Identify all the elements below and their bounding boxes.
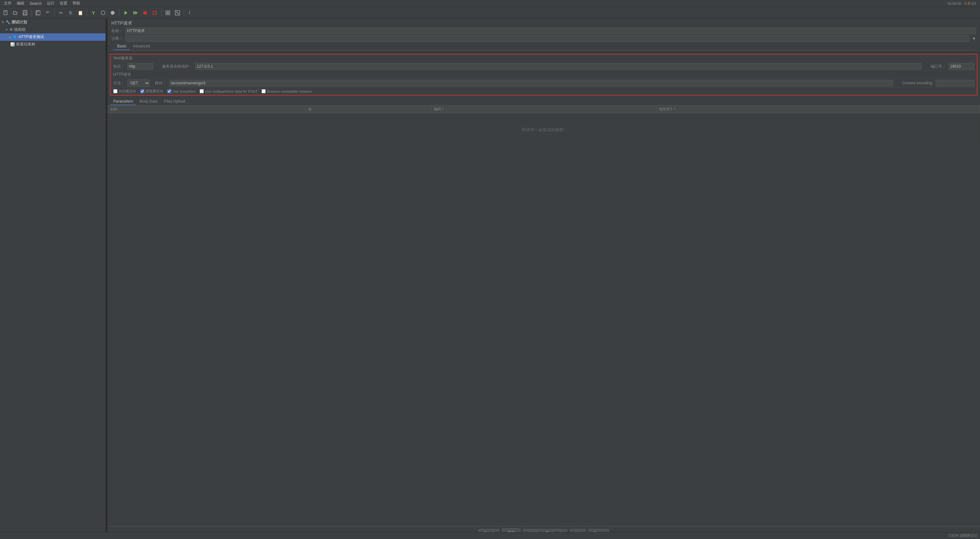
menu-edit[interactable]: 编辑 [14, 0, 27, 7]
empty-message-cell: 同请求一起发送的参数↑ [108, 113, 980, 147]
params-table: 名称↑ 值 编码？ 包含等于？ 同请求一起发送的参数↑ [108, 106, 980, 147]
sidebar-item-plan[interactable]: ▼ 🔧 测试计划 [0, 19, 106, 26]
checkboxes-row: 自动重定向 跟随重定向 Use KeepAlive Use multipart/… [111, 88, 977, 95]
new-button[interactable] [1, 8, 10, 17]
revert-button[interactable] [43, 8, 52, 17]
bottom-statusbar: CSDN @图胖注记 [0, 532, 980, 539]
checkbox-multipart[interactable]: Use multipart/form-data for POST [200, 89, 258, 93]
svg-rect-5 [24, 13, 26, 15]
col-encoded: 编码？ [431, 106, 656, 113]
function-helper[interactable]: f [186, 8, 195, 17]
collapse-icon[interactable]: ▼ [972, 36, 976, 41]
tab-body-data[interactable]: Body Data [136, 98, 161, 105]
svg-point-10 [101, 11, 105, 15]
expand-button[interactable] [89, 8, 98, 17]
http-request-header: HTTP请求 [113, 72, 131, 77]
icon-plan: 🔧 [6, 20, 10, 24]
menu-run[interactable]: 运行 [44, 0, 57, 7]
host-input[interactable] [195, 63, 921, 70]
sep4 [119, 10, 119, 16]
tab-parameters[interactable]: Parameters [110, 98, 136, 105]
checkbox-browser-headers[interactable]: Browser-compatible headers [261, 89, 312, 93]
svg-rect-15 [143, 11, 146, 14]
run-no-gui[interactable] [131, 8, 140, 17]
config-tabs: Basic Advanced [111, 43, 976, 50]
shutdown-button[interactable] [150, 8, 159, 17]
multipart-label: Use multipart/form-data for POST [205, 89, 258, 93]
stop-button[interactable] [140, 8, 150, 17]
run-button[interactable] [121, 8, 130, 17]
menu-settings[interactable]: 设置 [57, 0, 70, 7]
svg-rect-16 [153, 11, 156, 14]
name-row: 名称： [111, 28, 976, 34]
sep1 [32, 10, 32, 16]
comment-row: 注释： ▼ [111, 35, 976, 42]
save-all-button[interactable] [34, 8, 43, 17]
method-label: 方法： [113, 81, 125, 86]
icon-thread: ⚙ [10, 28, 13, 32]
sidebar: ▼ 🔧 测试计划 ▼ ⚙ 线程组 ▶ 🔷 HTTP请求测试 📊 察看结果树 [0, 19, 106, 539]
checkbox-redirect[interactable]: 自动重定向 [113, 89, 136, 94]
port-input[interactable] [948, 63, 974, 70]
svg-point-11 [111, 11, 115, 15]
name-label: 名称： [111, 28, 123, 34]
follow-redirect-label: 跟随重定向 [146, 89, 163, 94]
checkbox-follow-redirect[interactable]: 跟随重定向 [140, 89, 163, 94]
http-title: HTTP请求 [111, 21, 976, 26]
menubar: 文件 编辑 Search 运行 设置 帮助 00:00:00 ⚠ 0 0/3 [0, 0, 980, 7]
empty-message: 同请求一起发送的参数↑ [110, 114, 977, 146]
path-label: 路径： [155, 81, 167, 86]
sep5 [161, 10, 161, 16]
cut-button[interactable]: ✂ [56, 8, 65, 17]
http-header: HTTP请求 名称： 注释： ▼ Basic Advanced [108, 19, 980, 52]
toggle-button[interactable] [108, 8, 117, 17]
toolbar: ✂ ⎘ 📋 f [0, 7, 980, 19]
protocol-input[interactable] [127, 63, 153, 70]
table-area: 名称↑ 值 编码？ 包含等于？ 同请求一起发送的参数↑ [108, 106, 980, 526]
clear-button[interactable] [163, 8, 172, 17]
method-select[interactable]: GET POST PUT DELETE [127, 79, 150, 87]
keepalive-label: Use KeepAlive [173, 89, 196, 93]
comment-input[interactable] [126, 35, 969, 42]
open-button[interactable] [11, 8, 20, 17]
menu-help[interactable]: 帮助 [70, 0, 83, 7]
sidebar-item-result-tree[interactable]: 📊 察看结果树 [0, 41, 106, 48]
col-include-equals: 包含等于？ [656, 106, 980, 113]
sep6 [184, 10, 184, 16]
copy-button[interactable]: ⎘ [66, 8, 75, 17]
sidebar-item-http-request[interactable]: ▶ 🔷 HTTP请求测试 [0, 33, 106, 41]
tab-basic[interactable]: Basic [114, 43, 130, 50]
browser-headers-checkbox[interactable] [261, 89, 266, 93]
follow-redirect-checkbox[interactable] [140, 89, 145, 93]
sidebar-label-thread: 线程组 [14, 27, 25, 32]
sidebar-item-thread-group[interactable]: ▼ ⚙ 线程组 [0, 26, 106, 33]
menu-search[interactable]: Search [27, 1, 44, 6]
name-input[interactable] [126, 28, 976, 34]
tab-advanced[interactable]: Advanced [130, 43, 153, 50]
multipart-checkbox[interactable] [200, 89, 204, 93]
path-input[interactable] [169, 80, 893, 86]
tab-files-upload[interactable]: Files Upload [161, 98, 189, 105]
svg-marker-12 [124, 11, 127, 15]
redirect-label: 自动重定向 [119, 89, 136, 94]
save-button[interactable] [21, 8, 30, 17]
keepalive-checkbox[interactable] [167, 89, 171, 93]
svg-marker-14 [135, 11, 137, 15]
http-request-label-row: HTTP请求 [111, 71, 977, 79]
menu-file[interactable]: 文件 [1, 0, 14, 7]
content-encoding-input[interactable] [936, 80, 974, 86]
method-path-row: 方法： GET POST PUT DELETE 路径： Content enco… [111, 79, 977, 88]
sidebar-label-http: HTTP请求测试 [19, 34, 44, 40]
content-area: HTTP请求 名称： 注释： ▼ Basic Advanced Web服务 [108, 19, 980, 539]
port-label: 端口号： [931, 64, 946, 69]
paste-button[interactable]: 📋 [76, 8, 85, 17]
redirect-checkbox[interactable] [113, 89, 118, 93]
main-layout: ▼ 🔧 测试计划 ▼ ⚙ 线程组 ▶ 🔷 HTTP请求测试 📊 察看结果树 HT… [0, 19, 980, 539]
clear-all-button[interactable] [173, 8, 182, 17]
browser-headers-label: Browser-compatible headers [267, 89, 312, 93]
host-label: 服务器名称或IP： [162, 64, 192, 69]
collapse-button[interactable] [99, 8, 108, 17]
checkbox-keepalive[interactable]: Use KeepAlive [167, 89, 196, 93]
arrow-thread: ▼ [5, 28, 8, 32]
web-server-header: Web服务器 [113, 55, 132, 61]
